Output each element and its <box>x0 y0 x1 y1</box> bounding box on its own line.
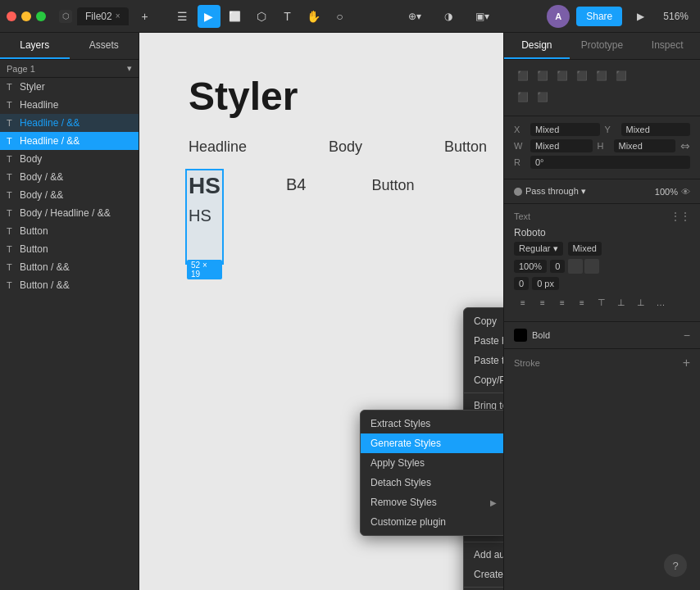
text-valign-middle[interactable]: ⊥ <box>612 293 630 311</box>
layer-item-body[interactable]: T Body <box>0 150 139 168</box>
text-more-options[interactable]: … <box>652 293 670 311</box>
hand-tool-button[interactable]: ✋ <box>302 5 325 28</box>
font-scale[interactable]: 100% <box>514 260 547 273</box>
y-label: Y <box>605 125 616 134</box>
paragraph-spacing[interactable]: 0 px <box>532 277 559 290</box>
layer-item-headline[interactable]: T Headline <box>0 96 139 114</box>
text-decoration-btn[interactable] <box>568 259 583 274</box>
text-icon: T <box>7 280 16 290</box>
layer-list: T Styler T Headline T Headline / && T He… <box>0 78 139 590</box>
layer-item-button-3[interactable]: T Button / && <box>0 276 139 294</box>
share-button[interactable]: Share <box>576 7 622 26</box>
theme-toggle[interactable]: ◑ <box>438 7 459 25</box>
x-value[interactable]: Mixed <box>530 123 600 136</box>
align-right-btn[interactable]: ⬛ <box>553 66 571 84</box>
tab-design[interactable]: Design <box>504 33 570 59</box>
play-button[interactable]: ▶ <box>629 5 652 28</box>
fill-label: Bold <box>532 330 679 340</box>
main-menu-button[interactable]: ☰ <box>171 5 194 28</box>
align-left-btn[interactable]: ⬛ <box>514 66 532 84</box>
layer-item-body-1[interactable]: T Body / && <box>0 168 139 186</box>
layer-item-styler[interactable]: T Styler <box>0 78 139 96</box>
position-section: X Mixed Y Mixed W Mixed H Mixed ⇔ R 0° <box>504 116 700 179</box>
ctx-copy-paste-as[interactable]: Copy/Paste as ▶ <box>464 370 503 390</box>
eye-icon[interactable]: 👁 <box>681 187 690 197</box>
layer-item-headline-1[interactable]: T Headline / && <box>0 114 139 132</box>
layer-item-body-headline[interactable]: T Body / Headline / && <box>0 204 139 222</box>
text-align-left[interactable]: ≡ <box>514 293 532 311</box>
text-options-icon[interactable]: ⋮⋮ <box>670 211 690 222</box>
styler-remove[interactable]: Remove Styles ▶ <box>361 492 503 512</box>
add-tab-button[interactable]: + <box>134 5 157 28</box>
font-size-mixed[interactable]: Mixed <box>568 242 602 256</box>
fill-color-swatch[interactable] <box>514 329 527 342</box>
align-center-v-btn[interactable]: ⬛ <box>593 66 611 84</box>
text-align-right[interactable]: ≡ <box>553 293 571 311</box>
page-selector[interactable]: Page 1 ▾ <box>0 60 139 78</box>
shape-tool-button[interactable]: ⬡ <box>250 5 273 28</box>
move-tool-button[interactable]: ▶ <box>198 5 220 28</box>
zoom-level[interactable]: 516% <box>658 7 693 25</box>
minimize-button[interactable] <box>21 11 31 21</box>
align-top-btn[interactable]: ⬛ <box>573 66 591 84</box>
styler-submenu: Extract Styles Generate Styles Apply Sty… <box>360 410 503 536</box>
ctx-copy[interactable]: Copy Ctrl+C <box>464 311 503 331</box>
stroke-add-icon[interactable]: + <box>683 356 690 370</box>
text-align-justify[interactable]: ≡ <box>573 293 591 311</box>
distribute-v-btn[interactable]: ⬛ <box>534 88 552 106</box>
layer-item-button-1[interactable]: T Button <box>0 240 139 258</box>
file-tab[interactable]: File02 × <box>77 7 129 25</box>
layer-item-body-2[interactable]: T Body / && <box>0 186 139 204</box>
tool-bar: ☰ ▶ ⬜ ⬡ T ✋ ○ <box>171 5 352 28</box>
opacity-control[interactable]: 100% 👁 <box>655 187 690 197</box>
ctx-paste-replace[interactable]: Paste to replace Ctrl+Alt+Shift+V <box>464 351 503 370</box>
styler-generate[interactable]: Generate Styles <box>361 433 503 453</box>
h-value[interactable]: Mixed <box>614 139 676 152</box>
chevron-down-icon: ▾ <box>127 63 132 74</box>
frame-tool-button[interactable]: ⬜ <box>224 5 247 28</box>
tab-assets[interactable]: Assets <box>70 33 139 59</box>
comment-tool-button[interactable]: ○ <box>329 5 352 28</box>
constrain-icon[interactable]: ⇔ <box>680 139 690 152</box>
text-tool-button[interactable]: T <box>276 5 299 28</box>
close-button[interactable] <box>7 11 16 21</box>
ctx-paste-here[interactable]: Paste here <box>464 331 503 351</box>
ctx-auto-layout[interactable]: Add auto layout Shift+A <box>464 545 503 565</box>
help-button[interactable]: ? <box>664 554 687 577</box>
styler-apply[interactable]: Apply Styles <box>361 453 503 473</box>
text-icon: T <box>7 118 16 128</box>
text-align-center[interactable]: ≡ <box>534 293 552 311</box>
line-height[interactable]: 0 <box>514 277 529 290</box>
w-value[interactable]: Mixed <box>530 139 593 152</box>
r-value[interactable]: 0° <box>530 156 690 169</box>
layer-item-button[interactable]: T Button <box>0 222 139 240</box>
preview-controls[interactable]: ▣▾ <box>469 7 496 25</box>
tab-layers[interactable]: Layers <box>0 33 70 59</box>
fill-remove-icon[interactable]: − <box>684 329 690 342</box>
blend-mode-selector[interactable]: Pass through ▾ <box>514 186 586 197</box>
text-transform-btn[interactable] <box>584 259 599 274</box>
y-value[interactable]: Mixed <box>621 123 691 136</box>
zoom-controls[interactable]: ⊕▾ <box>402 7 428 25</box>
stroke-section: Stroke + <box>504 349 700 382</box>
styler-customize[interactable]: Customize plugin <box>361 512 503 532</box>
layer-item-button-2[interactable]: T Button / && <box>0 258 139 276</box>
styler-detach[interactable]: Detach Styles <box>361 473 503 492</box>
canvas[interactable]: Styler Headline Body Button 52 × 19 HS H… <box>139 33 503 590</box>
distribute-h-btn[interactable]: ⬛ <box>514 88 532 106</box>
styler-extract[interactable]: Extract Styles <box>361 414 503 433</box>
text-valign-top[interactable]: ⊤ <box>593 293 611 311</box>
maximize-button[interactable] <box>36 11 46 21</box>
tab-prototype[interactable]: Prototype <box>570 33 635 59</box>
align-bottom-btn[interactable]: ⬛ <box>612 66 630 84</box>
tab-inspect[interactable]: Inspect <box>634 33 700 59</box>
tab-close-icon[interactable]: × <box>116 11 120 20</box>
letter-spacing[interactable]: 0 <box>550 260 565 273</box>
align-center-h-btn[interactable]: ⬛ <box>534 66 552 84</box>
ctx-create-component[interactable]: Create component Ctrl+Alt+K <box>464 565 503 584</box>
font-family[interactable]: Roboto <box>514 227 690 238</box>
text-icon: T <box>7 100 16 110</box>
layer-item-headline-2[interactable]: T Headline / && <box>0 132 139 150</box>
font-style[interactable]: Regular ▾ <box>514 242 563 256</box>
text-valign-bottom[interactable]: ⊥ <box>632 293 650 311</box>
